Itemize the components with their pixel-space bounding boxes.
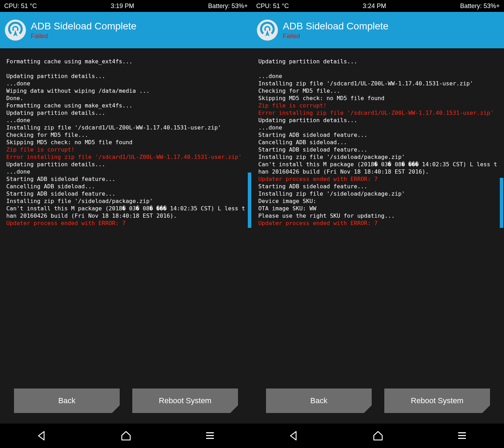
log-line: Updating partition details...: [6, 110, 105, 116]
log-line: Starting ADB sideload feature...: [258, 183, 368, 190]
log-line: Starting ADB sideload feature...: [6, 176, 115, 182]
log-line: Updating partition details...: [258, 58, 498, 65]
nav-home-icon[interactable]: [372, 430, 384, 441]
log-line: Installing zip file '/sideload/package.z…: [258, 190, 405, 197]
page-title: ADB Sideload Complete: [283, 21, 388, 32]
twrp-logo-icon: [257, 20, 278, 41]
log-line: Checking for MD5 file...: [6, 132, 88, 138]
status-time: 3:19 PM: [111, 2, 134, 10]
status-battery: Battery: 53%+: [208, 2, 248, 10]
status-cpu: CPU: 51 °C: [4, 2, 37, 10]
log-line: Cancelling ADB sideload...: [6, 183, 95, 190]
log-line: Updater process ended with ERROR: 7: [258, 220, 378, 226]
recovery-screen: CPU: 51 °C3:19 PMBattery: 53%+ADB Sidelo…: [0, 0, 252, 424]
title-bar: ADB Sideload CompleteFailed: [252, 12, 504, 48]
status-time: 3:24 PM: [363, 2, 386, 10]
action-bar: BackReboot System: [0, 388, 252, 424]
log-line: Checking for MD5 file...: [258, 88, 340, 94]
status-cpu: CPU: 51 °C: [256, 2, 289, 10]
log-line: Installing zip file '/sdcard1/UL-Z00L-WW…: [258, 80, 473, 87]
title-bar: ADB Sideload CompleteFailed: [0, 12, 252, 48]
log-line: Updater process ended with ERROR: 7: [6, 220, 126, 226]
status-text: Failed: [283, 33, 388, 40]
back-button[interactable]: Back: [14, 388, 120, 413]
back-button[interactable]: Back: [266, 388, 372, 413]
nav-menu-icon[interactable]: [456, 430, 468, 441]
log-line: Error installing zip file '/sdcard1/UL-Z…: [258, 110, 493, 116]
status-bar: CPU: 51 °C3:19 PMBattery: 53%+: [0, 0, 252, 12]
log-line: Installing zip file '/sideload/package.z…: [258, 154, 405, 160]
log-line: Updating partition details...: [6, 161, 105, 168]
log-line: Updating partition details...: [258, 117, 357, 124]
reboot-system-button[interactable]: Reboot System: [132, 388, 238, 413]
log-line: Skipping MD5 check: no MD5 file found: [258, 95, 385, 102]
log-line: Can't install this M package (2018� 03� …: [6, 205, 245, 219]
log-line: Done.: [6, 95, 23, 102]
nav-back-icon[interactable]: [36, 430, 48, 441]
status-bar: CPU: 51 °C3:24 PMBattery: 53%+: [252, 0, 504, 12]
log-line: Zip file is corrupt!: [6, 146, 75, 153]
twrp-logo-icon: [5, 20, 26, 41]
nav-home-icon[interactable]: [120, 430, 132, 441]
log-line: ...done: [258, 124, 282, 131]
android-navbar: [0, 424, 504, 448]
log-line: ...done: [258, 73, 282, 79]
log-line: Installing zip file '/sideload/package.z…: [6, 198, 153, 204]
log-line: OTA image SKU: WW: [258, 205, 316, 212]
log-line: Starting ADB sideload feature...: [6, 190, 115, 197]
log-line: Cancelling ADB sideload...: [258, 139, 347, 146]
log-line: Formatting cache using make_ext4fs...: [6, 102, 133, 109]
reboot-system-button[interactable]: Reboot System: [384, 388, 490, 413]
log-line: Updater process ended with ERROR: 7: [258, 176, 378, 182]
log-line: Zip file is corrupt!: [258, 102, 327, 109]
log-output[interactable]: Formatting cache using make_ext4fs... Up…: [0, 48, 252, 228]
log-line: Please use the right SKU for updating...: [258, 212, 395, 219]
log-line: Installing zip file '/sdcard1/UL-Z00L-WW…: [6, 124, 221, 131]
log-line: Device image SKU:: [258, 198, 316, 204]
nav-menu-icon[interactable]: [204, 430, 216, 441]
log-line: ...done: [6, 117, 30, 124]
log-line: ...done: [6, 168, 30, 175]
scroll-indicator[interactable]: [500, 178, 503, 228]
page-title: ADB Sideload Complete: [31, 21, 136, 32]
log-line: Updating partition details...: [6, 73, 105, 79]
log-line: ...done: [6, 80, 30, 87]
action-bar: BackReboot System: [252, 388, 504, 424]
log-line: Can't install this M package (2018� 03� …: [258, 161, 497, 175]
nav-back-icon[interactable]: [288, 430, 300, 441]
log-line: Skipping MD5 check: no MD5 file found: [6, 139, 133, 146]
status-text: Failed: [31, 33, 136, 40]
log-output[interactable]: Updating partition details... ...done In…: [252, 48, 504, 228]
scroll-indicator[interactable]: [248, 173, 251, 228]
log-line: Starting ADB sideload feature...: [258, 132, 368, 138]
recovery-screen: CPU: 51 °C3:24 PMBattery: 53%+ADB Sidelo…: [252, 0, 504, 424]
log-line: Wiping data without wiping /data/media .…: [6, 88, 149, 94]
log-line: Error installing zip file '/sdcard1/UL-Z…: [6, 154, 241, 160]
log-line: Starting ADB sideload feature...: [258, 146, 368, 153]
status-battery: Battery: 53%+: [460, 2, 500, 10]
log-line: Formatting cache using make_ext4fs...: [6, 58, 246, 65]
